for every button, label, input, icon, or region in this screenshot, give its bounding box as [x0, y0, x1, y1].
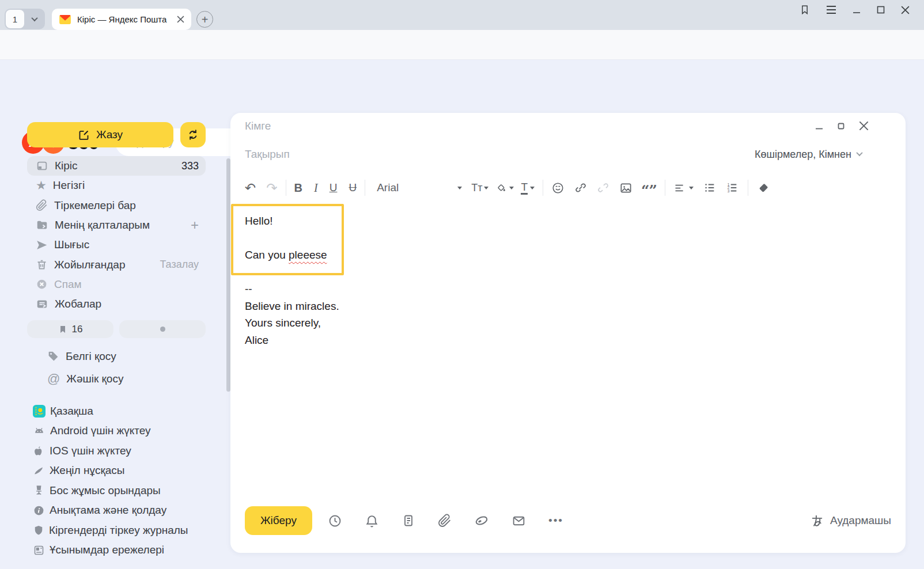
link-language[interactable]: Қазақша [27, 401, 206, 421]
emoji-icon[interactable] [551, 181, 565, 195]
minimize-icon[interactable] [852, 5, 861, 14]
signature-line: Yours sincerely, [245, 314, 339, 332]
dot-tab[interactable] [119, 320, 206, 338]
add-label-item[interactable]: Белгі қосу [27, 345, 206, 367]
compose-close-icon[interactable] [858, 120, 869, 131]
link-recommendation-rules[interactable]: Ұсынымдар ережелері [27, 540, 206, 560]
italic-button[interactable]: I [314, 181, 318, 195]
refresh-button[interactable] [180, 122, 206, 147]
trash-icon [36, 259, 48, 271]
tab-counter-group[interactable]: 1 [5, 9, 45, 29]
insert-image-icon[interactable] [619, 181, 633, 195]
bullet-list-icon[interactable] [703, 181, 716, 194]
spam-icon [36, 278, 48, 290]
signature-line: Believe in miracles. [245, 298, 339, 315]
sidebar-item-inbox[interactable]: Кіріс 333 [27, 156, 206, 176]
text-color-button[interactable]: T [521, 181, 535, 195]
redo-icon[interactable]: ↷ [266, 180, 277, 196]
unlink-icon[interactable] [597, 181, 609, 194]
inbox-icon [36, 160, 48, 172]
clear-trash-link[interactable]: Тазалау [160, 259, 199, 271]
add-folder-icon[interactable]: + [191, 217, 199, 233]
formatting-toolbar: ↶ ↷ B I U U Arial Тт T [245, 177, 770, 199]
align-button[interactable] [673, 182, 694, 194]
send-button[interactable]: Жіберу [245, 506, 312, 535]
compose-window-controls [815, 120, 869, 131]
font-family-select[interactable]: Arial [377, 181, 462, 194]
star-icon: ★ [36, 179, 47, 192]
browser-tab-strip: 1 Кіріс — Яндекс Пошта + [0, 0, 924, 30]
translator-button[interactable]: Аудармашы [810, 514, 891, 528]
feather-icon [33, 465, 45, 477]
link-android[interactable]: Android үшін жүктеу [27, 421, 206, 441]
more-actions-icon[interactable]: ••• [548, 514, 563, 527]
schedule-clock-icon[interactable] [328, 514, 342, 528]
svg-text:3: 3 [728, 189, 730, 193]
bookmarks-panel-icon[interactable] [799, 3, 811, 16]
tab-list-chevron-icon[interactable] [25, 10, 44, 28]
folder-icon [36, 219, 48, 232]
maximize-icon[interactable] [876, 5, 885, 14]
link-help[interactable]: Анықтама және қолдау [27, 500, 206, 521]
template-note-icon[interactable] [402, 514, 415, 528]
android-icon [33, 424, 46, 437]
underline-button[interactable]: U [330, 181, 338, 194]
font-size-button[interactable]: Тт [471, 182, 488, 194]
undo-icon[interactable]: ↶ [245, 180, 256, 196]
close-icon[interactable] [900, 5, 910, 15]
sidebar-item-sent[interactable]: Шығыс [27, 235, 206, 255]
strikethrough-button[interactable]: U [349, 181, 357, 194]
sidebar-item-attachments[interactable]: Тіркемелері бар [27, 196, 206, 215]
link-login-journal[interactable]: Кіргендерді тіркеу журналы [27, 520, 206, 540]
bookmarks-tab[interactable]: 16 [27, 320, 113, 338]
browser-address-bar: ← Я ↻ mail.yandex.ru Кіріс — Яндекс Пошт… [0, 30, 924, 60]
browser-tab[interactable]: Кіріс — Яндекс Пошта [52, 9, 191, 30]
sidebar-item-my-folders[interactable]: Менің қалталарым + [27, 215, 206, 235]
notify-bell-icon[interactable] [365, 514, 379, 528]
cc-from-toggle[interactable]: Көшірмелер, Кімнен [755, 149, 862, 161]
apple-icon [33, 445, 45, 457]
link-vacancies[interactable]: Бос жұмыс орындары [27, 480, 206, 500]
to-field[interactable]: Кімге [245, 120, 271, 132]
bookmark-tab-icon [58, 325, 67, 334]
tab-counter[interactable]: 1 [6, 10, 24, 28]
sidebar-scrollbar[interactable] [226, 158, 230, 392]
envelope-icon[interactable] [512, 514, 526, 528]
fill-color-button[interactable] [495, 182, 514, 194]
translate-icon [810, 514, 824, 528]
subject-field[interactable]: Тақырып [245, 148, 290, 161]
compose-pencil-icon [78, 129, 90, 141]
yandex-mail-icon [59, 14, 71, 25]
quote-icon[interactable]: “” [641, 179, 657, 198]
at-icon: @ [47, 371, 60, 386]
compose-expand-icon[interactable] [838, 123, 845, 130]
link-icon[interactable] [574, 181, 587, 194]
sidebar-item-spam[interactable]: Спам [27, 275, 206, 294]
chevron-down-icon [856, 149, 862, 155]
dot-icon [160, 327, 165, 332]
body-line [245, 264, 339, 281]
link-light-version[interactable]: Жеңіл нұсқасы [27, 461, 206, 481]
tab-close-icon[interactable] [177, 16, 184, 23]
body-line: Can you pleeese [245, 246, 339, 264]
new-tab-button[interactable]: + [196, 11, 213, 28]
sidebar-item-projects[interactable]: Жобалар [27, 294, 206, 314]
mail-sidebar: Жазу Кіріс 333 ★ Негізгі Тіркемелері бар… [27, 122, 206, 560]
attach-paperclip-icon[interactable] [438, 514, 452, 528]
menu-icon[interactable] [825, 5, 837, 15]
projects-icon [36, 298, 48, 310]
link-ios[interactable]: IOS үшін жүктеу [27, 441, 206, 461]
numbered-list-icon[interactable]: 123 [726, 181, 739, 194]
message-body-editor[interactable]: Hello! Can you pleeese -- Believe in mir… [245, 213, 339, 348]
signature-divider: -- [245, 280, 339, 298]
shield-icon [33, 525, 44, 536]
compose-minimize-icon[interactable] [815, 122, 824, 131]
sidebar-item-trash[interactable]: Жойылғандар Тазалау [27, 255, 206, 274]
compose-button[interactable]: Жазу [27, 122, 173, 147]
paperclip-icon [36, 199, 48, 211]
bold-button[interactable]: B [294, 181, 302, 195]
yandex-disk-icon[interactable] [474, 513, 489, 528]
sidebar-item-important[interactable]: ★ Негізгі [27, 176, 206, 195]
eraser-icon[interactable] [758, 181, 770, 194]
add-mailbox-item[interactable]: @ Жәшік қосу [27, 367, 206, 390]
